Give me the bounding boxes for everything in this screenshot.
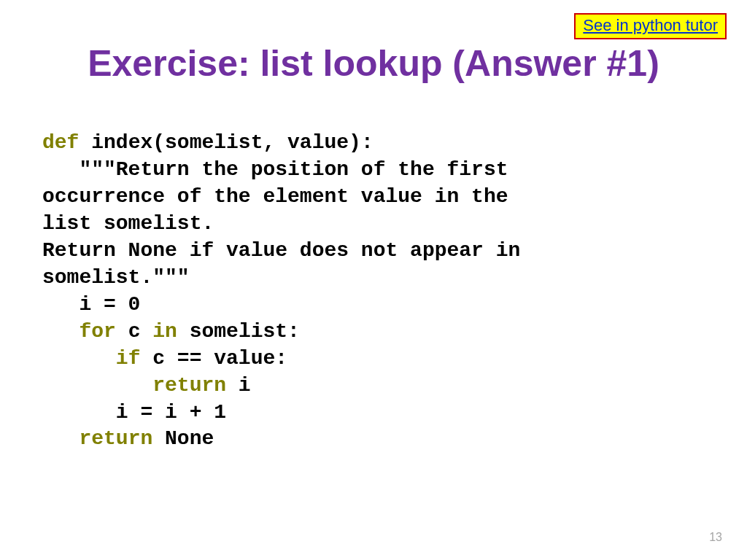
keyword-if: if	[116, 347, 141, 370]
code-text: c == value:	[140, 347, 287, 370]
docstring-line: occurrence of the element value in the	[42, 185, 508, 208]
code-indent	[42, 320, 79, 343]
code-indent	[42, 374, 152, 397]
slide-title: Exercise: list lookup (Answer #1)	[0, 42, 747, 85]
code-block: def index(somelist, value): """Return th…	[42, 130, 520, 453]
code-line: i = 0	[42, 293, 140, 316]
docstring-line: list somelist.	[42, 212, 214, 235]
code-text: None	[152, 427, 214, 450]
keyword-def: def	[42, 131, 79, 154]
docstring-line: Return None if value does not appear in	[42, 239, 520, 262]
code-text: i	[226, 374, 251, 397]
keyword-return: return	[152, 374, 226, 397]
code-indent	[42, 427, 79, 450]
code-indent	[42, 347, 116, 370]
keyword-for: for	[79, 320, 115, 343]
code-text: c	[116, 320, 152, 343]
code-signature: index(somelist, value):	[79, 131, 373, 154]
python-tutor-link[interactable]: See in python tutor	[583, 16, 718, 34]
code-text: somelist:	[177, 320, 300, 343]
docstring-line: """Return the position of the first	[42, 158, 508, 181]
keyword-return: return	[79, 427, 152, 450]
code-line: i = i + 1	[42, 401, 226, 424]
docstring-line: somelist."""	[42, 266, 190, 289]
page-number: 13	[709, 531, 722, 544]
python-tutor-link-box[interactable]: See in python tutor	[574, 13, 727, 39]
keyword-in: in	[152, 320, 177, 343]
